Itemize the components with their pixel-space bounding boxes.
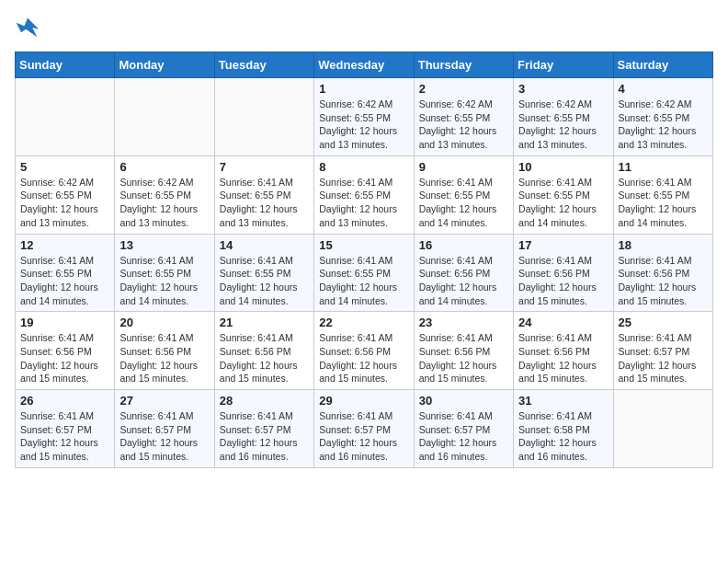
day-info: Sunrise: 6:42 AM Sunset: 6:55 PM Dayligh… xyxy=(518,98,608,152)
day-number: 26 xyxy=(20,394,109,408)
calendar-day-6: 6Sunrise: 6:42 AM Sunset: 6:55 PM Daylig… xyxy=(115,155,214,234)
day-number: 23 xyxy=(419,316,508,329)
header-tuesday: Tuesday xyxy=(214,52,313,78)
day-number: 9 xyxy=(419,160,508,174)
day-info: Sunrise: 6:41 AM Sunset: 6:57 PM Dayligh… xyxy=(119,409,209,464)
day-number: 29 xyxy=(319,394,408,408)
header-sunday: Sunday xyxy=(16,52,115,78)
calendar-day-16: 16Sunrise: 6:41 AM Sunset: 6:56 PM Dayli… xyxy=(414,234,513,312)
day-info: Sunrise: 6:41 AM Sunset: 6:56 PM Dayligh… xyxy=(619,254,708,308)
calendar-week-row: 5Sunrise: 6:42 AM Sunset: 6:55 PM Daylig… xyxy=(16,155,713,234)
day-info: Sunrise: 6:42 AM Sunset: 6:55 PM Dayligh… xyxy=(20,176,109,230)
calendar-empty-cell xyxy=(214,78,313,156)
logo-bird-icon xyxy=(15,15,40,40)
day-number: 30 xyxy=(419,394,508,408)
page-header xyxy=(15,15,713,40)
day-info: Sunrise: 6:41 AM Sunset: 6:56 PM Dayligh… xyxy=(20,331,109,385)
day-number: 20 xyxy=(119,316,209,329)
header-thursday: Thursday xyxy=(414,52,513,78)
day-info: Sunrise: 6:42 AM Sunset: 6:55 PM Dayligh… xyxy=(119,176,209,230)
header-wednesday: Wednesday xyxy=(314,52,414,78)
calendar-day-18: 18Sunrise: 6:41 AM Sunset: 6:56 PM Dayli… xyxy=(613,234,712,312)
day-number: 19 xyxy=(20,316,109,329)
day-number: 4 xyxy=(619,82,708,96)
day-number: 2 xyxy=(419,82,508,96)
day-info: Sunrise: 6:41 AM Sunset: 6:58 PM Dayligh… xyxy=(518,409,608,464)
calendar-day-5: 5Sunrise: 6:42 AM Sunset: 6:55 PM Daylig… xyxy=(16,155,115,234)
day-info: Sunrise: 6:41 AM Sunset: 6:56 PM Dayligh… xyxy=(220,331,309,385)
day-number: 21 xyxy=(220,316,309,329)
day-number: 25 xyxy=(619,316,708,329)
day-info: Sunrise: 6:41 AM Sunset: 6:55 PM Dayligh… xyxy=(20,254,109,308)
calendar-table: SundayMondayTuesdayWednesdayThursdayFrid… xyxy=(15,52,713,468)
day-info: Sunrise: 6:41 AM Sunset: 6:56 PM Dayligh… xyxy=(319,331,408,385)
day-info: Sunrise: 6:41 AM Sunset: 6:56 PM Dayligh… xyxy=(518,254,608,308)
calendar-day-1: 1Sunrise: 6:42 AM Sunset: 6:55 PM Daylig… xyxy=(314,78,414,156)
calendar-week-row: 1Sunrise: 6:42 AM Sunset: 6:55 PM Daylig… xyxy=(16,78,713,156)
day-info: Sunrise: 6:42 AM Sunset: 6:55 PM Dayligh… xyxy=(319,98,408,152)
day-info: Sunrise: 6:41 AM Sunset: 6:55 PM Dayligh… xyxy=(319,176,408,230)
day-info: Sunrise: 6:41 AM Sunset: 6:57 PM Dayligh… xyxy=(619,331,708,385)
calendar-empty-cell xyxy=(16,78,115,156)
day-info: Sunrise: 6:42 AM Sunset: 6:55 PM Dayligh… xyxy=(419,98,508,152)
day-info: Sunrise: 6:41 AM Sunset: 6:55 PM Dayligh… xyxy=(518,176,608,230)
day-number: 10 xyxy=(518,160,608,174)
day-info: Sunrise: 6:41 AM Sunset: 6:55 PM Dayligh… xyxy=(319,254,408,308)
calendar-day-17: 17Sunrise: 6:41 AM Sunset: 6:56 PM Dayli… xyxy=(514,234,613,312)
day-number: 31 xyxy=(518,394,608,408)
day-number: 13 xyxy=(119,238,209,252)
header-saturday: Saturday xyxy=(613,52,712,78)
logo xyxy=(15,15,44,40)
calendar-header-row: SundayMondayTuesdayWednesdayThursdayFrid… xyxy=(16,52,713,78)
calendar-day-14: 14Sunrise: 6:41 AM Sunset: 6:55 PM Dayli… xyxy=(214,234,313,312)
day-info: Sunrise: 6:41 AM Sunset: 6:55 PM Dayligh… xyxy=(220,176,309,230)
calendar-day-23: 23Sunrise: 6:41 AM Sunset: 6:56 PM Dayli… xyxy=(414,312,513,390)
calendar-day-26: 26Sunrise: 6:41 AM Sunset: 6:57 PM Dayli… xyxy=(16,390,115,468)
day-info: Sunrise: 6:41 AM Sunset: 6:55 PM Dayligh… xyxy=(220,254,309,308)
calendar-day-4: 4Sunrise: 6:42 AM Sunset: 6:55 PM Daylig… xyxy=(613,78,712,156)
day-number: 11 xyxy=(619,160,708,174)
calendar-day-2: 2Sunrise: 6:42 AM Sunset: 6:55 PM Daylig… xyxy=(414,78,513,156)
calendar-day-29: 29Sunrise: 6:41 AM Sunset: 6:57 PM Dayli… xyxy=(314,390,414,468)
calendar-week-row: 19Sunrise: 6:41 AM Sunset: 6:56 PM Dayli… xyxy=(16,312,713,390)
calendar-day-11: 11Sunrise: 6:41 AM Sunset: 6:55 PM Dayli… xyxy=(613,155,712,234)
day-info: Sunrise: 6:41 AM Sunset: 6:56 PM Dayligh… xyxy=(419,254,508,308)
calendar-day-28: 28Sunrise: 6:41 AM Sunset: 6:57 PM Dayli… xyxy=(214,390,313,468)
day-number: 5 xyxy=(20,160,109,174)
calendar-day-19: 19Sunrise: 6:41 AM Sunset: 6:56 PM Dayli… xyxy=(16,312,115,390)
day-number: 1 xyxy=(319,82,408,96)
day-info: Sunrise: 6:41 AM Sunset: 6:56 PM Dayligh… xyxy=(119,331,209,385)
day-number: 15 xyxy=(319,238,408,252)
day-number: 17 xyxy=(518,238,608,252)
day-number: 22 xyxy=(319,316,408,329)
calendar-day-9: 9Sunrise: 6:41 AM Sunset: 6:55 PM Daylig… xyxy=(414,155,513,234)
day-number: 3 xyxy=(518,82,608,96)
calendar-day-10: 10Sunrise: 6:41 AM Sunset: 6:55 PM Dayli… xyxy=(514,155,613,234)
day-info: Sunrise: 6:41 AM Sunset: 6:55 PM Dayligh… xyxy=(419,176,508,230)
calendar-day-22: 22Sunrise: 6:41 AM Sunset: 6:56 PM Dayli… xyxy=(314,312,414,390)
calendar-empty-cell xyxy=(115,78,214,156)
day-number: 16 xyxy=(419,238,508,252)
day-number: 18 xyxy=(619,238,708,252)
day-number: 28 xyxy=(220,394,309,408)
day-info: Sunrise: 6:41 AM Sunset: 6:56 PM Dayligh… xyxy=(518,331,608,385)
day-number: 27 xyxy=(119,394,209,408)
day-number: 8 xyxy=(319,160,408,174)
day-info: Sunrise: 6:42 AM Sunset: 6:55 PM Dayligh… xyxy=(619,98,708,152)
day-number: 6 xyxy=(119,160,209,174)
calendar-day-20: 20Sunrise: 6:41 AM Sunset: 6:56 PM Dayli… xyxy=(115,312,214,390)
calendar-day-7: 7Sunrise: 6:41 AM Sunset: 6:55 PM Daylig… xyxy=(214,155,313,234)
calendar-day-21: 21Sunrise: 6:41 AM Sunset: 6:56 PM Dayli… xyxy=(214,312,313,390)
day-info: Sunrise: 6:41 AM Sunset: 6:55 PM Dayligh… xyxy=(619,176,708,230)
calendar-week-row: 12Sunrise: 6:41 AM Sunset: 6:55 PM Dayli… xyxy=(16,234,713,312)
calendar-day-27: 27Sunrise: 6:41 AM Sunset: 6:57 PM Dayli… xyxy=(115,390,214,468)
calendar-day-8: 8Sunrise: 6:41 AM Sunset: 6:55 PM Daylig… xyxy=(314,155,414,234)
calendar-day-3: 3Sunrise: 6:42 AM Sunset: 6:55 PM Daylig… xyxy=(514,78,613,156)
day-info: Sunrise: 6:41 AM Sunset: 6:55 PM Dayligh… xyxy=(119,254,209,308)
day-number: 14 xyxy=(220,238,309,252)
svg-marker-0 xyxy=(17,18,40,38)
day-info: Sunrise: 6:41 AM Sunset: 6:56 PM Dayligh… xyxy=(419,331,508,385)
day-info: Sunrise: 6:41 AM Sunset: 6:57 PM Dayligh… xyxy=(220,409,309,464)
calendar-day-31: 31Sunrise: 6:41 AM Sunset: 6:58 PM Dayli… xyxy=(514,390,613,468)
calendar-empty-cell xyxy=(613,390,712,468)
